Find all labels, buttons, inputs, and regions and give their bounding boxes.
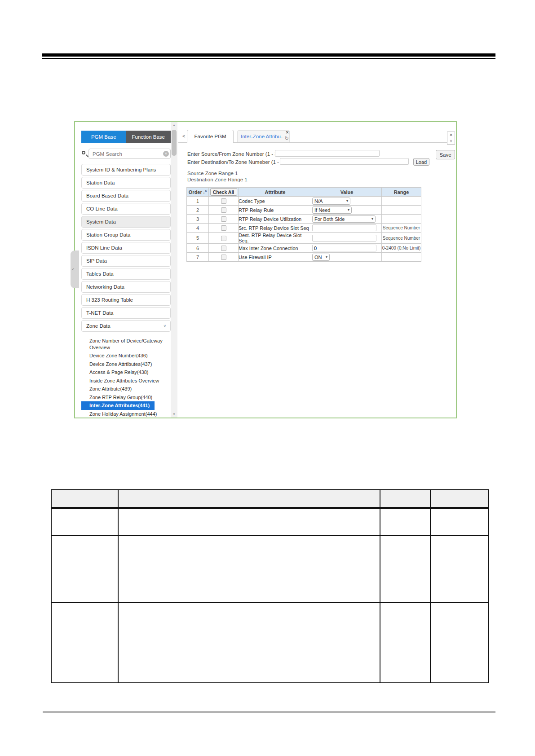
- check-all-button[interactable]: Check All: [210, 188, 237, 196]
- sidebar-item-station-group-data[interactable]: Station Group Data: [81, 229, 171, 241]
- submenu-zone-attribute[interactable]: Zone Attribute(439): [81, 385, 171, 393]
- tab-close-icon[interactable]: ×: [286, 130, 289, 135]
- spec-table-cell: [118, 508, 380, 536]
- row-3-checkbox[interactable]: [221, 216, 226, 222]
- clear-search-icon[interactable]: ×: [163, 151, 169, 157]
- select-arrow-icon: ▾: [346, 199, 348, 203]
- sidebar-item-board-based-data[interactable]: Board Based Data: [81, 190, 171, 202]
- max-inter-zone-connection-input[interactable]: [312, 245, 376, 251]
- spec-table-cell: [51, 508, 118, 536]
- sidebar-item-tnet-data[interactable]: T-NET Data: [81, 307, 171, 319]
- row-5-checkbox[interactable]: [221, 236, 226, 241]
- table-row: 3 RTP Relay Device Utilization For Both …: [187, 215, 421, 224]
- spec-table-cell: [430, 490, 489, 508]
- submenu-device-zone-attributes[interactable]: Device Zone Attrtibutes(437): [81, 360, 171, 369]
- use-firewall-ip-select[interactable]: ON▾: [312, 254, 330, 261]
- select-arrow-icon: ▾: [326, 255, 327, 259]
- sidebar-item-station-data[interactable]: Station Data: [81, 177, 171, 189]
- table-row: 1 Codec Type N/A▾: [187, 197, 421, 206]
- tab-pgm-base[interactable]: PGM Base: [81, 131, 126, 143]
- scrollbar-thumb[interactable]: [172, 130, 177, 156]
- value-column-header: Value: [312, 188, 382, 197]
- sidebar-item-sip-data[interactable]: SIP Data: [81, 255, 171, 267]
- load-button[interactable]: Load: [413, 158, 429, 166]
- sidebar-item-isdn-line-data[interactable]: ISDN Line Data: [81, 242, 171, 254]
- table-row: 7 Use Firewall IP ON▾: [187, 253, 421, 262]
- spec-table-header-row: [51, 490, 489, 508]
- sidebar-item-zone-data[interactable]: Zone Data ∨: [81, 320, 171, 332]
- save-button[interactable]: Save: [436, 150, 455, 159]
- sidebar-tabbar: PGM Base Function Base: [81, 131, 171, 143]
- tab-scroll-left-icon[interactable]: <: [182, 133, 185, 139]
- document-page: < PGM Base Function Base × System ID & N…: [0, 0, 535, 756]
- table-row: 2 RTP Relay Rule If Need▾: [187, 206, 421, 215]
- tab-inter-zone-attributes[interactable]: Inter-Zone Attribu.. × ↻: [237, 130, 290, 142]
- tab-label: Inter-Zone Attribu..: [241, 134, 283, 139]
- sidebar-scrollbar[interactable]: ▲ ▼: [171, 122, 177, 418]
- spec-table-cell: [380, 490, 430, 508]
- sidebar-item-label: Zone Data: [86, 323, 111, 329]
- destination-zone-input[interactable]: [280, 158, 409, 165]
- table-row: 4 Src. RTP Relay Device Slot Seq Sequenc…: [187, 224, 421, 233]
- sidebar-item-h323-routing-table[interactable]: H 323 Routing Table: [81, 294, 171, 306]
- pane-close-button[interactable]: ×: [447, 132, 455, 138]
- sidebar-item-system-id[interactable]: System ID & Numbering Plans: [81, 164, 171, 176]
- spec-table-cell: [430, 602, 489, 683]
- attributes-table: Order↓a Check All Attribute Value Range …: [186, 187, 421, 262]
- order-column-header[interactable]: Order↓a: [187, 188, 209, 197]
- codec-type-select[interactable]: N/A▾: [312, 198, 350, 205]
- spec-table-cell: [380, 602, 430, 683]
- spec-table-cell: [118, 490, 380, 508]
- pgm-search-input[interactable]: [88, 149, 171, 159]
- submenu-device-zone-number[interactable]: Device Zone Number(436): [81, 352, 171, 360]
- range-column-header: Range: [382, 188, 421, 197]
- submenu-access-page-relay[interactable]: Access & Page Relay(438): [81, 368, 171, 377]
- source-zone-range-text: Source Zone Range 1: [187, 171, 238, 176]
- main-content: < Favorite PGM Inter-Zone Attribu.. × ↻ …: [178, 122, 456, 418]
- sidebar-collapse-handle[interactable]: <: [71, 251, 79, 288]
- row-1-checkbox[interactable]: [221, 198, 226, 204]
- dest-rtp-relay-slot-seq-input[interactable]: [312, 235, 376, 242]
- spec-table-cell: [380, 508, 430, 536]
- pane-collapse-button[interactable]: ∨: [447, 138, 455, 145]
- header-rule: [42, 53, 495, 59]
- scroll-down-icon[interactable]: ▼: [171, 411, 177, 418]
- tab-refresh-icon[interactable]: ↻: [285, 136, 289, 141]
- sidebar-item-co-line-data[interactable]: CO Line Data: [81, 203, 171, 215]
- footer-rule: [43, 712, 495, 712]
- source-zone-label: Enter Source/From Zone Number (1 - 32) :: [187, 151, 285, 157]
- spec-table: [51, 489, 489, 683]
- search-icon: [82, 151, 85, 154]
- row-4-checkbox[interactable]: [221, 225, 226, 231]
- submenu-zone-holiday-assignment[interactable]: Zone Holiday Assignment(444): [81, 410, 171, 418]
- sidebar-search: ×: [81, 149, 171, 159]
- sidebar-menu: System ID & Numbering Plans Station Data…: [81, 164, 171, 333]
- destination-zone-label: Enter Destination/To Zone Numeber (1 - 3…: [187, 159, 291, 165]
- tab-favorite-pgm[interactable]: Favorite PGM: [187, 130, 234, 143]
- check-all-column-header: Check All: [209, 188, 239, 197]
- table-row: 5 Dest. RTP Relay Device Slot Seq. Seque…: [187, 233, 421, 244]
- collapse-left-icon: <: [72, 267, 74, 272]
- sidebar-item-system-data[interactable]: System Data: [81, 216, 171, 228]
- spec-table-cell: [51, 536, 118, 602]
- select-arrow-icon: ▾: [348, 208, 349, 212]
- row-7-checkbox[interactable]: [221, 255, 226, 260]
- submenu-zone-number-overview[interactable]: Zone Number of Device/Gateway Overview: [81, 337, 171, 352]
- sidebar-item-networking-data[interactable]: Networking Data: [81, 281, 171, 293]
- spec-table-cell: [51, 490, 118, 508]
- sidebar-item-tables-data[interactable]: Tables Data: [81, 268, 171, 280]
- rtp-relay-device-utilization-select[interactable]: For Both Side▾: [312, 215, 376, 223]
- submenu-zone-rtp-relay-group[interactable]: Zone RTP Relay Group(440): [81, 393, 171, 402]
- src-rtp-relay-slot-seq-input[interactable]: [312, 224, 376, 231]
- row-2-checkbox[interactable]: [221, 207, 226, 213]
- sort-descending-icon: ↓a: [203, 190, 207, 195]
- row-6-checkbox[interactable]: [221, 246, 226, 251]
- spec-table-cell: [430, 508, 489, 536]
- scroll-up-icon[interactable]: ▲: [171, 122, 177, 128]
- source-zone-input[interactable]: [275, 150, 380, 157]
- submenu-inside-zone-attributes[interactable]: Inside Zone Attributes Overview: [81, 377, 171, 385]
- spec-table-cell: [118, 602, 380, 683]
- submenu-inter-zone-attributes[interactable]: Inter-Zone Attributes(441): [81, 401, 155, 410]
- tab-function-base[interactable]: Function Base: [126, 131, 171, 143]
- rtp-relay-rule-select[interactable]: If Need▾: [312, 207, 352, 214]
